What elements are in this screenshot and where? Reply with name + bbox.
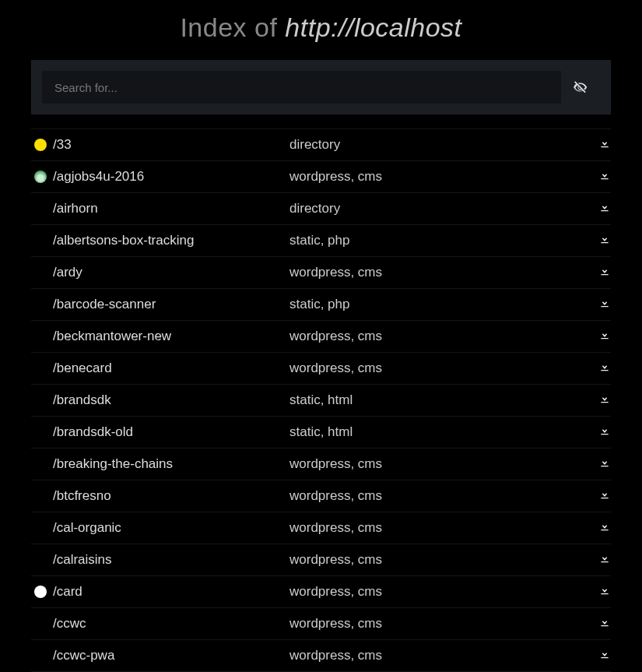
download-button[interactable] <box>598 329 611 341</box>
entry-link[interactable]: /airhorn <box>53 201 98 216</box>
table-row: /cardwordpress, cms <box>31 576 611 608</box>
download-cell <box>584 361 611 376</box>
entry-type: directory <box>289 201 581 216</box>
entry-name: /cal-organic <box>53 520 286 536</box>
entry-name: /albertsons-box-tracking <box>53 233 286 248</box>
entry-link[interactable]: /brandsdk <box>53 392 111 407</box>
visibility-toggle-button[interactable] <box>561 71 600 104</box>
download-button[interactable] <box>598 648 611 660</box>
entry-name: /calraisins <box>53 552 286 568</box>
entry-type: wordpress, cms <box>289 265 581 280</box>
entry-type: wordpress, cms <box>289 169 581 185</box>
entry-name: /card <box>53 584 286 600</box>
favicon-icon <box>34 171 47 183</box>
entry-type: static, html <box>289 392 581 408</box>
entry-name: /ccwc <box>53 616 286 632</box>
entry-type: wordpress, cms <box>289 361 581 376</box>
entry-link[interactable]: /benecard <box>53 361 112 375</box>
table-row: /ccwcwordpress, cms <box>31 608 611 640</box>
download-icon <box>598 616 611 628</box>
download-button[interactable] <box>598 201 611 213</box>
download-icon <box>598 329 611 341</box>
table-row: /beckmantower-newwordpress, cms <box>31 321 611 353</box>
entry-name: /benecard <box>53 361 286 376</box>
entry-name: /barcode-scanner <box>53 297 286 312</box>
download-icon <box>598 361 611 373</box>
search-input[interactable] <box>42 71 561 104</box>
download-button[interactable] <box>598 520 611 533</box>
download-icon <box>598 233 611 245</box>
entry-link[interactable]: /barcode-scanner <box>53 297 156 311</box>
download-button[interactable] <box>598 584 611 596</box>
download-icon <box>598 648 611 660</box>
download-cell <box>584 169 611 185</box>
table-row: /breaking-the-chainswordpress, cms <box>31 449 611 480</box>
download-cell <box>584 265 611 280</box>
download-icon <box>598 488 611 501</box>
table-row: /barcode-scannerstatic, php <box>31 289 611 321</box>
entry-name: /ardy <box>53 265 286 280</box>
entry-link[interactable]: /ccwc-pwa <box>53 648 114 663</box>
download-icon <box>598 520 611 533</box>
download-button[interactable] <box>598 456 611 469</box>
download-icon <box>598 392 611 405</box>
table-row: /ardywordpress, cms <box>31 257 611 289</box>
table-row: /airhorndirectory <box>31 193 611 225</box>
entry-link[interactable]: /btcfresno <box>53 488 111 503</box>
entry-link[interactable]: /calraisins <box>53 552 112 567</box>
favicon-cell <box>31 586 50 598</box>
table-row: /cal-organicwordpress, cms <box>31 512 611 544</box>
download-icon <box>598 424 611 437</box>
entry-link[interactable]: /breaking-the-chains <box>53 456 173 471</box>
entry-link[interactable]: /ccwc <box>53 616 86 631</box>
download-icon <box>598 584 611 596</box>
download-icon <box>598 552 611 565</box>
entry-link[interactable]: /33 <box>53 137 72 152</box>
table-row: /benecardwordpress, cms <box>31 353 611 385</box>
download-button[interactable] <box>598 424 611 437</box>
download-cell <box>584 552 611 568</box>
download-cell <box>584 329 611 344</box>
favicon-icon <box>34 139 47 151</box>
download-cell <box>584 392 611 408</box>
favicon-cell <box>31 139 50 151</box>
table-row: /33directory <box>31 128 611 161</box>
entry-type: wordpress, cms <box>289 584 581 600</box>
entry-name: /btcfresno <box>53 488 286 504</box>
download-button[interactable] <box>598 552 611 565</box>
favicon-cell <box>31 171 50 183</box>
download-button[interactable] <box>598 616 611 628</box>
download-button[interactable] <box>598 392 611 405</box>
download-cell <box>584 456 611 472</box>
entry-link[interactable]: /card <box>53 584 82 599</box>
entry-name: /agjobs4u-2016 <box>53 169 286 185</box>
entry-type: wordpress, cms <box>289 648 581 663</box>
download-button[interactable] <box>598 297 611 309</box>
entry-link[interactable]: /beckmantower-new <box>53 329 171 343</box>
download-button[interactable] <box>598 169 611 181</box>
download-icon <box>598 201 611 213</box>
table-row: /brandsdkstatic, html <box>31 385 611 417</box>
download-cell <box>584 488 611 504</box>
download-button[interactable] <box>598 233 611 245</box>
entry-type: static, php <box>289 233 581 248</box>
entry-type: wordpress, cms <box>289 552 581 568</box>
entry-name: /33 <box>53 137 286 153</box>
download-button[interactable] <box>598 488 611 501</box>
download-cell <box>584 648 611 663</box>
download-button[interactable] <box>598 361 611 373</box>
entry-link[interactable]: /cal-organic <box>53 520 121 535</box>
entry-link[interactable]: /brandsdk-old <box>53 424 133 439</box>
download-button[interactable] <box>598 265 611 277</box>
table-row: /ccwc-pwawordpress, cms <box>31 640 611 672</box>
download-button[interactable] <box>598 137 611 150</box>
download-icon <box>598 265 611 277</box>
entry-type: wordpress, cms <box>289 488 581 504</box>
search-bar <box>31 60 611 114</box>
download-icon <box>598 169 611 181</box>
title-prefix: Index of <box>180 12 285 42</box>
title-url: http://localhost <box>285 12 461 42</box>
entry-link[interactable]: /ardy <box>53 265 82 280</box>
entry-link[interactable]: /agjobs4u-2016 <box>53 169 144 184</box>
entry-link[interactable]: /albertsons-box-tracking <box>53 233 194 248</box>
